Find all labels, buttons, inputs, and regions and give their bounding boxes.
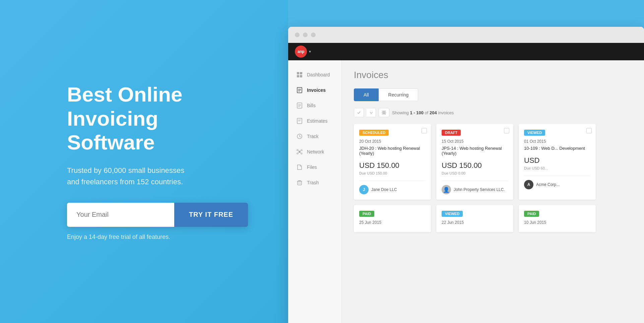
sidebar-label-invoices: Invoices [307,87,326,93]
logo-dropdown-icon[interactable]: ▾ [309,49,311,54]
invoice-amount-1: USD 150.00 [359,161,426,170]
status-badge-2: DRAFT [442,130,461,136]
filter-row: Showing 1 - 100 of 204 invoices [342,101,644,124]
client-avatar-2: 👤 [442,185,451,194]
invoice-name-1: JDH-20 : Web hosting Renewal (Yearly) [359,146,426,156]
svg-rect-3 [300,75,302,77]
client-name-3: Acme Corp... [536,182,560,187]
card-checkbox-3[interactable] [586,128,592,133]
try-free-button[interactable]: TRY IT FREE [174,203,248,227]
trash-icon [296,179,303,186]
hero-section: Best OnlineInvoicing Software Trusted by… [0,0,288,323]
svg-rect-1 [300,72,302,74]
app-logo: anp [295,46,307,58]
sidebar-label-network: Network [307,149,324,154]
status-badge-1: SCHEDULED [359,130,389,136]
invoice-date-3: 01 Oct 2015 [524,139,590,144]
sidebar-label-track: Track [307,134,318,139]
svg-point-18 [301,149,302,151]
track-icon [296,133,303,140]
invoice-date-6: 10 Jun 2015 [524,220,590,225]
browser-dot-2 [303,33,308,37]
sidebar-label-estimates: Estimates [307,118,327,124]
select-dropdown[interactable] [367,108,376,117]
invoice-client-1: J Jane Doe LLC [359,181,426,194]
invoice-card-1[interactable]: SCHEDULED 20 Oct 2015 JDH-20 : Web hosti… [354,124,431,200]
invoice-date-5: 22 Jun 2015 [442,220,508,225]
invoice-client-3: A Acme Corp... [524,176,590,189]
svg-rect-25 [298,181,302,185]
invoices-icon [296,87,303,93]
sidebar-item-trash[interactable]: Trash [288,175,341,190]
signup-form: TRY IT FREE [67,203,248,227]
browser-window: anp ▾ Dashboard [288,27,644,323]
invoice-due-3: Due USD 60... [524,166,590,170]
status-badge-6: PAID [524,211,539,217]
client-name-2: John Property Services LLC. [454,187,505,192]
sidebar-item-track[interactable]: Track [288,129,341,144]
sidebar: Dashboard Invoices [288,60,342,323]
client-avatar-3: A [524,180,533,189]
invoice-due-1: Due USD 150.00 [359,171,426,175]
sidebar-item-estimates[interactable]: Estimates [288,113,341,129]
sidebar-item-network[interactable]: Network [288,144,341,159]
showing-count: 204 [430,110,437,115]
invoice-grid-row1: SCHEDULED 20 Oct 2015 JDH-20 : Web hosti… [342,124,644,205]
tab-recurring[interactable]: Recurring [379,88,418,101]
invoice-due-2: Due USD 0.00 [442,171,508,175]
dashboard-icon [296,71,303,78]
svg-rect-0 [297,72,299,74]
card-checkbox-2[interactable] [504,128,509,133]
invoice-card-5[interactable]: VIEWED 22 Jun 2015 [436,205,513,232]
card-checkbox-1[interactable] [422,128,427,133]
invoice-client-2: 👤 John Property Services LLC. [442,181,508,194]
invoice-date-1: 20 Oct 2015 [359,139,426,144]
hero-subtitle: Trusted by 60,000 small businessesand fr… [67,165,248,188]
invoice-name-2: JPS-14 : Web hosting Renewal (Yearly) [442,146,508,156]
sidebar-item-dashboard[interactable]: Dashboard [288,67,341,82]
client-avatar-1: J [359,185,369,194]
invoice-card-2[interactable]: DRAFT 15 Oct 2015 JPS-14 : Web hosting R… [436,124,513,200]
invoice-card-4[interactable]: PAID 25 Jun 2015 [354,205,431,232]
svg-line-24 [300,152,301,153]
estimates-icon [296,118,303,124]
invoice-card-3[interactable]: VIEWED 01 Oct 2015 10-109 : Web D... Dev… [519,124,596,200]
sidebar-item-bills[interactable]: Bills [288,98,341,113]
main-content: Invoices All Recurring [342,60,644,323]
email-input[interactable] [67,203,174,227]
svg-point-28 [383,112,385,114]
sidebar-label-dashboard: Dashboard [307,72,330,77]
content-header: Invoices All Recurring [342,60,644,101]
sidebar-item-invoices[interactable]: Invoices [288,82,341,98]
sidebar-item-files[interactable]: Files [288,159,341,175]
sidebar-label-bills: Bills [307,103,316,108]
trial-note: Enjoy a 14-day free trial of all feature… [67,234,248,241]
select-all-checkbox[interactable] [354,108,364,117]
svg-line-23 [298,152,299,153]
invoice-amount-2: USD 150.00 [442,161,508,170]
svg-line-21 [298,150,299,151]
invoice-amount-3: USD [524,156,590,165]
client-name-1: Jane Doe LLC [371,187,397,192]
status-badge-4: PAID [359,211,374,217]
invoice-card-6[interactable]: PAID 10 Jun 2015 [519,205,596,232]
app-screenshot: anp ▾ Dashboard [288,0,644,323]
filter-gear-button[interactable] [379,108,389,117]
svg-point-19 [297,153,298,154]
browser-dot-1 [295,33,300,37]
invoice-date-2: 15 Oct 2015 [442,139,508,144]
tab-all[interactable]: All [354,88,379,101]
page-title: Invoices [354,70,632,80]
tab-bar: All Recurring [354,88,632,101]
svg-line-22 [300,150,301,151]
showing-text: Showing 1 - 100 of 204 invoices [392,110,454,115]
sidebar-label-trash: Trash [307,180,319,185]
sidebar-label-files: Files [307,165,317,170]
network-icon [296,148,303,155]
app-body: Dashboard Invoices [288,60,644,323]
hero-title: Best OnlineInvoicing Software [67,82,248,154]
status-badge-5: VIEWED [442,211,463,217]
showing-range: 1 - 100 [410,110,423,115]
browser-dot-3 [311,33,316,37]
invoice-grid-row2: PAID 25 Jun 2015 VIEWED 22 Jun 2015 PAID [342,205,644,232]
